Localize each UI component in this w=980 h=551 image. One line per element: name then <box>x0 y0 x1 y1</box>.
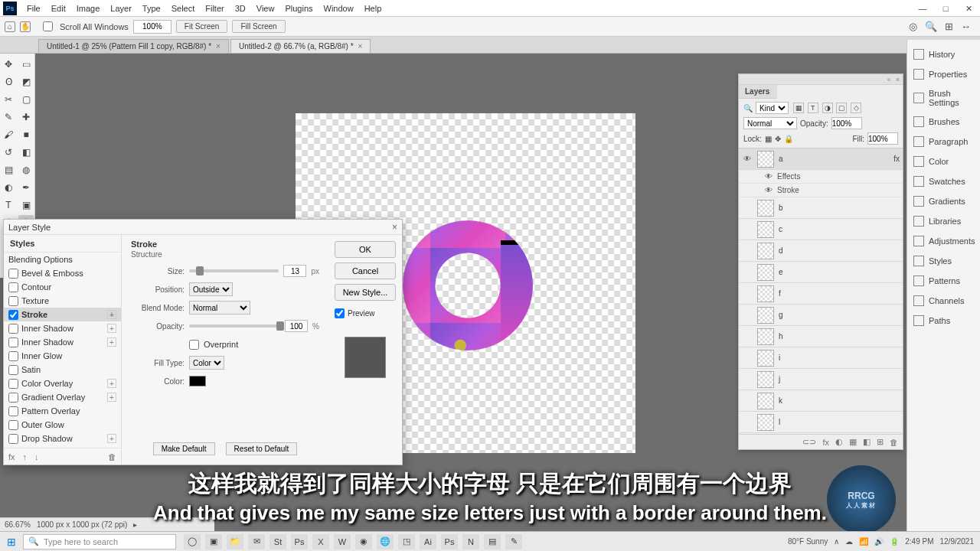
layer-i[interactable]: i <box>739 347 903 369</box>
panel-brushes[interactable]: Brushes <box>910 112 977 132</box>
ls-styles-header[interactable]: Styles <box>4 235 121 253</box>
gradient-tool-icon[interactable]: ▤ <box>1 162 16 178</box>
menu-help[interactable]: Help <box>359 4 387 13</box>
weather-widget[interactable]: 80°F Sunny <box>788 537 828 546</box>
ls-blending-options[interactable]: Blending Options <box>4 253 121 266</box>
ls-bevel[interactable]: Bevel & Emboss <box>4 266 121 280</box>
blur-tool-icon[interactable]: ◍ <box>18 162 34 178</box>
menu-select[interactable]: Select <box>166 4 201 13</box>
panel-patterns[interactable]: Patterns <box>910 271 977 291</box>
panel-channels[interactable]: Channels <box>910 291 977 311</box>
doc-tab-1[interactable]: Untitled-1 @ 25% (Pattern Fill 1 copy, R… <box>38 39 229 53</box>
ls-filltype-select[interactable]: Color <box>189 356 224 370</box>
home-icon[interactable]: ⌂ <box>5 21 15 32</box>
layer-d-name[interactable]: d <box>779 246 900 255</box>
ls-color-overlay[interactable]: Color Overlay+ <box>4 377 121 390</box>
panel-brush-settings[interactable]: Brush Settings <box>910 84 977 112</box>
ls-fx-menu-icon[interactable]: fx <box>8 452 15 461</box>
tray-time[interactable]: 2:49 PM <box>905 537 933 546</box>
zoom-input[interactable] <box>133 20 172 34</box>
layer-e[interactable]: e <box>739 262 903 283</box>
layers-blend-select[interactable]: Normal <box>743 117 797 129</box>
type-tool-icon[interactable]: T <box>1 197 16 213</box>
taskbar-app-2[interactable]: 📁 <box>227 534 243 549</box>
tray-network-icon[interactable]: 📶 <box>859 537 868 546</box>
ls-contour-check[interactable] <box>8 282 18 292</box>
ls-drop-shadow-add-icon[interactable]: + <box>107 434 116 443</box>
ls-overprint-check[interactable] <box>189 340 199 350</box>
ls-move-up-icon[interactable]: ↑ <box>23 452 28 461</box>
panel-color[interactable]: Color <box>910 152 977 171</box>
menu-view[interactable]: View <box>251 4 280 13</box>
adjustment-icon[interactable]: ▦ <box>849 437 857 447</box>
link-layers-icon[interactable]: ⊂⊃ <box>802 437 816 447</box>
doc-tab-2-close[interactable]: × <box>358 42 363 51</box>
ls-inner-shadow-1[interactable]: Inner Shadow+ <box>4 321 121 335</box>
taskbar-app-0[interactable]: ◯ <box>184 534 201 549</box>
tray-date[interactable]: 12/9/2021 <box>940 537 975 546</box>
eye-icon[interactable]: 👁 <box>765 172 773 181</box>
zoom-ui-icon[interactable]: 🔍 <box>925 21 937 32</box>
ls-stroke-add-icon[interactable]: + <box>107 310 116 319</box>
panel-styles[interactable]: Styles <box>910 251 977 271</box>
ls-move-down-icon[interactable]: ↓ <box>34 452 39 461</box>
layer-a-visibility-icon[interactable]: 👁 <box>742 155 753 163</box>
ls-texture-check[interactable] <box>8 296 18 306</box>
ls-stroke[interactable]: Stroke+ <box>4 308 121 321</box>
taskbar-app-7[interactable]: W <box>334 534 351 549</box>
ls-inner-shadow-1-check[interactable] <box>8 324 18 334</box>
lasso-tool-icon[interactable]: ʘ <box>1 74 16 90</box>
ls-outer-glow-check[interactable] <box>8 420 18 430</box>
ls-pattern-overlay[interactable]: Pattern Overlay <box>4 404 121 418</box>
tray-battery-icon[interactable]: 🔋 <box>890 537 899 546</box>
layer-g[interactable]: g <box>739 305 903 326</box>
hand-tool-icon[interactable]: ✋ <box>20 21 31 32</box>
eraser-tool-icon[interactable]: ◧ <box>18 145 34 160</box>
layer-h-name[interactable]: h <box>779 332 900 341</box>
layers-list[interactable]: 👁 a fx 👁Effects 👁Stroke b c d e f g h i … <box>739 148 903 434</box>
layer-i-name[interactable]: i <box>779 354 900 362</box>
layer-l[interactable]: l <box>739 412 903 433</box>
taskbar-app-1[interactable]: ▣ <box>205 534 222 549</box>
layer-h[interactable]: h <box>739 326 903 347</box>
panel-history[interactable]: History <box>910 44 977 64</box>
layer-style-titlebar[interactable]: Layer Style × <box>4 220 402 235</box>
ls-inner-shadow-2-add-icon[interactable]: + <box>107 337 116 347</box>
window-minimize-button[interactable]: — <box>911 0 934 17</box>
ls-inner-shadow-1-add-icon[interactable]: + <box>107 324 116 333</box>
filter-shape-icon[interactable]: ▢ <box>836 103 847 113</box>
layer-j[interactable]: j <box>739 369 903 390</box>
panel-paths[interactable]: Paths <box>910 311 977 331</box>
ok-button[interactable]: OK <box>335 241 396 258</box>
ls-gradient-overlay[interactable]: Gradient Overlay+ <box>4 390 121 404</box>
start-button[interactable]: ⊞ <box>0 536 23 548</box>
window-close-button[interactable]: ✕ <box>957 0 980 17</box>
layer-b-name[interactable]: b <box>779 204 900 212</box>
taskbar-app-4[interactable]: St <box>270 534 286 549</box>
layers-fill-input[interactable] <box>867 132 898 145</box>
tray-volume-icon[interactable]: 🔊 <box>874 537 884 546</box>
taskbar-app-12[interactable]: Ps <box>441 534 458 549</box>
taskbar-app-15[interactable]: ✎ <box>505 534 522 549</box>
ls-satin-check[interactable] <box>8 365 18 375</box>
ls-size-slider[interactable] <box>189 269 279 272</box>
filter-type-icon[interactable]: ◑ <box>822 103 833 113</box>
menu-image[interactable]: Image <box>71 4 106 13</box>
reset-default-button[interactable]: Reset to Default <box>226 442 298 455</box>
layers-collapse-icon[interactable]: « <box>887 76 891 83</box>
scroll-all-checkbox[interactable] <box>43 21 53 31</box>
move-tool-icon[interactable]: ✥ <box>1 57 16 72</box>
path-select-tool-icon[interactable]: ▣ <box>18 197 34 213</box>
layers-panel[interactable]: «× Layers 🔍 Kind ▦ T ◑ ▢ ◇ Normal Opacit… <box>738 73 903 450</box>
window-maximize-button[interactable]: □ <box>934 0 957 17</box>
lock-position-icon[interactable]: ✥ <box>775 135 781 143</box>
layer-a[interactable]: 👁 a fx <box>739 148 903 170</box>
ls-inner-glow-check[interactable] <box>8 351 18 361</box>
layers-opacity-input[interactable] <box>831 117 862 129</box>
taskbar-app-10[interactable]: ◳ <box>398 534 415 549</box>
ls-blend-select[interactable]: Normal <box>189 301 250 315</box>
layer-f[interactable]: f <box>739 283 903 305</box>
layer-style-close-icon[interactable]: × <box>392 222 397 233</box>
ls-size-input[interactable] <box>283 265 306 277</box>
filter-smart-icon[interactable]: ◇ <box>851 103 861 113</box>
